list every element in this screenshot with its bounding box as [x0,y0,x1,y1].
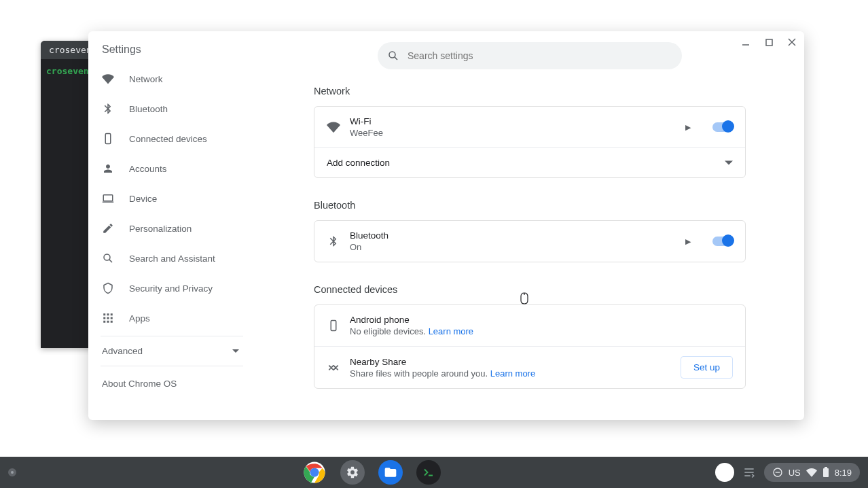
connected-devices-card: Android phone No eligible devices. Learn… [314,304,746,389]
sidebar-item-label: Security and Privacy [129,283,213,294]
bluetooth-icon [327,235,340,247]
avatar[interactable] [715,463,734,482]
svg-rect-30 [823,468,829,477]
nearby-share-icon [327,361,340,374]
page-title: Settings [88,43,255,64]
shelf: US 8:19 [0,457,868,488]
sidebar-item-label: Personalization [129,224,192,234]
chrome-app-icon[interactable] [302,460,327,485]
svg-rect-11 [111,313,113,315]
bluetooth-icon [102,103,114,115]
svg-rect-5 [103,195,113,201]
sidebar-item-accounts[interactable]: Accounts [88,154,255,184]
svg-rect-31 [825,467,827,468]
search-bar[interactable] [378,42,682,69]
sidebar-item-apps[interactable]: Apps [88,303,255,333]
learn-more-link[interactable]: Learn more [429,326,473,336]
wifi-status-icon [806,467,817,478]
chevron-right-icon[interactable]: ▶ [685,123,691,132]
android-phone-sub: No eligible devices. Learn more [350,326,733,336]
shield-icon [102,282,114,294]
wifi-toggle[interactable] [712,122,733,132]
svg-point-7 [104,254,110,260]
sidebar-item-label: Device [129,194,157,204]
sidebar-item-label: Bluetooth [129,104,168,114]
phone-icon [327,319,340,332]
wifi-label: Wi-Fi [350,116,673,126]
sidebar-item-security-privacy[interactable]: Security and Privacy [88,273,255,303]
bluetooth-status: On [350,242,673,252]
svg-rect-4 [105,134,111,144]
pencil-icon [102,222,114,234]
sidebar-about[interactable]: About Chrome OS [88,369,255,389]
add-connection-row[interactable]: Add connection [314,147,745,177]
bluetooth-card: Bluetooth On ▶ [314,220,746,262]
divider [101,366,243,366]
bluetooth-row[interactable]: Bluetooth On ▶ [314,221,745,262]
chevron-down-icon [232,348,239,355]
svg-line-19 [395,57,397,60]
add-connection-label: Add connection [327,158,715,168]
setup-button[interactable]: Set up [681,356,733,379]
chevron-down-icon [725,159,733,167]
settings-window: Settings Network Bluetooth Connected dev… [88,31,804,420]
sidebar-item-label: Network [129,74,163,84]
search-icon [102,252,114,264]
svg-rect-20 [331,321,336,331]
bluetooth-label: Bluetooth [350,230,673,241]
phone-icon [102,133,114,145]
chevron-right-icon[interactable]: ▶ [685,237,691,246]
close-button[interactable] [785,35,799,49]
nearby-share-sub: Share files with people around you. Lear… [350,368,671,379]
svg-line-8 [109,260,112,262]
launcher-button[interactable] [8,468,16,476]
sidebar-item-label: Connected devices [129,134,207,144]
svg-rect-12 [103,317,105,319]
svg-rect-10 [107,313,109,315]
wifi-icon [327,120,340,134]
search-input[interactable] [408,50,672,61]
settings-app-icon[interactable] [340,460,365,485]
person-icon [102,162,114,175]
section-title-connected: Connected devices [314,284,746,295]
android-phone-label: Android phone [350,315,733,325]
notification-icon [772,467,783,478]
nearby-share-row[interactable]: Nearby Share Share files with people aro… [314,346,745,388]
network-card: Wi-Fi WeeFee ▶ Add connection [314,106,746,178]
status-tray[interactable]: US 8:19 [764,463,860,482]
svg-rect-9 [103,313,105,315]
sidebar: Settings Network Bluetooth Connected dev… [88,31,255,420]
learn-more-link[interactable]: Learn more [490,368,535,379]
clock: 8:19 [835,468,852,478]
maximize-button[interactable] [762,35,776,49]
battery-icon [822,467,829,478]
svg-rect-16 [107,321,109,323]
main-content: Network Wi-Fi WeeFee ▶ Add connection [255,31,804,420]
about-label: About Chrome OS [102,379,177,389]
svg-point-24 [311,469,318,476]
divider [101,336,243,336]
sidebar-item-personalization[interactable]: Personalization [88,213,255,243]
svg-rect-1 [766,39,772,46]
files-app-icon[interactable] [378,460,403,485]
bluetooth-toggle[interactable] [712,237,733,246]
wifi-row[interactable]: Wi-Fi WeeFee ▶ [314,107,745,147]
minimize-button[interactable] [739,35,753,49]
sidebar-item-device[interactable]: Device [88,184,255,213]
terminal-app-icon[interactable] [416,460,441,485]
svg-rect-13 [107,317,109,319]
tote-icon[interactable] [742,466,756,479]
sidebar-item-bluetooth[interactable]: Bluetooth [88,94,255,124]
sidebar-item-label: Accounts [129,164,167,174]
sidebar-item-connected-devices[interactable]: Connected devices [88,124,255,154]
svg-rect-17 [111,321,113,323]
nearby-share-label: Nearby Share [350,357,671,367]
section-title-network: Network [314,86,746,97]
sidebar-item-network[interactable]: Network [88,64,255,94]
sidebar-item-label: Apps [129,313,150,324]
advanced-label: Advanced [102,346,143,356]
section-title-bluetooth: Bluetooth [314,200,746,211]
android-phone-row[interactable]: Android phone No eligible devices. Learn… [314,305,745,346]
sidebar-item-search-assistant[interactable]: Search and Assistant [88,243,255,273]
sidebar-advanced[interactable]: Advanced [88,339,255,363]
